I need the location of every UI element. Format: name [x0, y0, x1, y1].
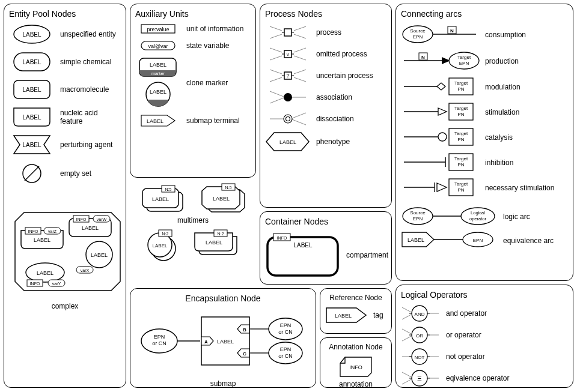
svg-line-164: [402, 315, 411, 319]
annotation-title: Annotation Node: [325, 343, 386, 351]
tag-label: tag: [373, 311, 386, 319]
reference-panel: Reference Node LABEL tag: [320, 288, 392, 334]
entity-pool-panel: Entity Pool Nodes LABEL unspecified enti…: [4, 4, 126, 388]
svg-text:LABEL: LABEL: [22, 31, 41, 38]
svg-line-67: [294, 56, 306, 60]
svg-text:PN: PN: [457, 187, 464, 193]
svg-text:Target: Target: [454, 131, 468, 136]
submap-label: submap: [135, 379, 311, 388]
svg-text:LABEL: LABEL: [335, 313, 352, 319]
svg-text:varZ: varZ: [48, 229, 57, 234]
equivalence-arc-label: equivalence arc: [503, 237, 568, 245]
svg-text:N: N: [421, 55, 425, 60]
svg-text:EPN: EPN: [473, 238, 483, 243]
annotation-label: annotation: [325, 380, 386, 388]
process-title: Process Nodes: [265, 9, 386, 19]
svg-text:EPN: EPN: [459, 61, 469, 66]
svg-line-66: [294, 48, 306, 52]
or-label: or operator: [446, 331, 568, 339]
svg-marker-148: [437, 183, 447, 191]
svg-line-58: [270, 34, 282, 38]
production-label: production: [485, 57, 568, 65]
svg-text:pre:value: pre:value: [147, 26, 169, 32]
catalysis-glyph: TargetPN: [401, 127, 479, 148]
process-glyph: [265, 23, 310, 41]
multimers-caption: multimers: [130, 216, 256, 225]
submap-terminal-glyph: LABEL: [135, 114, 180, 127]
svg-text:LABEL: LABEL: [217, 339, 234, 345]
svg-line-80: [270, 91, 284, 97]
svg-text:LABEL: LABEL: [146, 118, 163, 124]
svg-text:LABEL: LABEL: [22, 86, 41, 93]
equiv-glyph: Ξ: [401, 369, 440, 387]
svg-text:LABEL: LABEL: [408, 237, 424, 243]
svg-text:\\: \\: [286, 52, 289, 57]
svg-text:LABEL: LABEL: [212, 196, 229, 202]
svg-text:Ξ: Ξ: [417, 375, 422, 383]
nucleic-acid-glyph: LABEL: [9, 106, 54, 128]
svg-text:INFO: INFO: [30, 282, 40, 286]
submap-glyph: EPNor CN LABEL A B C EPNor CN EPNor CN: [135, 308, 313, 377]
phenotype-label: phenotype: [316, 137, 386, 146]
svg-text:INFO: INFO: [349, 364, 362, 370]
svg-text:PN: PN: [457, 112, 464, 117]
svg-text:LABEL: LABEL: [37, 270, 53, 276]
submap-terminal-label: submap terminal: [186, 116, 251, 125]
svg-line-163: [402, 307, 411, 312]
consumption-label: consumption: [485, 31, 568, 39]
unspecified-entity-glyph: LABEL: [9, 23, 54, 45]
svg-text:OR: OR: [416, 333, 423, 339]
svg-text:Target: Target: [457, 55, 471, 60]
svg-text:EPN: EPN: [413, 34, 423, 40]
svg-line-72: [270, 70, 282, 74]
uncertain-process-label: uncertain process: [316, 71, 386, 80]
annotation-glyph: INFO: [338, 356, 374, 378]
stimulation-label: stimulation: [485, 108, 568, 116]
inhibition-glyph: TargetPN: [401, 152, 479, 173]
svg-text:varW: varW: [97, 217, 107, 222]
svg-text:INFO: INFO: [28, 229, 38, 234]
svg-text:AND: AND: [415, 312, 425, 317]
svg-text:Target: Target: [454, 156, 468, 161]
svg-text:Source: Source: [410, 28, 426, 34]
svg-text:Logical: Logical: [471, 210, 485, 216]
multimer-complex-glyph: LABEL N:5: [195, 185, 249, 215]
svg-text:LABEL: LABEL: [22, 114, 41, 121]
svg-line-65: [270, 56, 282, 60]
svg-text:LABEL: LABEL: [34, 237, 50, 243]
svg-text:varY: varY: [52, 282, 61, 286]
svg-text:N:5: N:5: [225, 185, 231, 190]
complex-glyph: LABEL INFO varW LABEL INFO varZ LABEL LA…: [9, 210, 121, 310]
container-panel: Container Nodes LABEL INFO compartment: [260, 211, 392, 285]
svg-line-170: [402, 329, 411, 334]
clone-marker-label: clone marker: [186, 79, 251, 87]
svg-line-59: [294, 26, 306, 31]
and-glyph: AND: [401, 304, 440, 322]
dissociation-label: dissociation: [316, 115, 386, 123]
svg-line-73: [270, 77, 282, 82]
svg-text:EPN: EPN: [280, 322, 292, 328]
equivalence-arc-glyph: LABELEPN: [401, 231, 497, 250]
svg-marker-132: [438, 108, 447, 115]
compartment-glyph: LABEL INFO: [265, 231, 340, 279]
logical-title: Logical Operators: [401, 290, 568, 300]
association-label: association: [316, 93, 386, 101]
macromolecule-glyph: LABEL: [9, 79, 54, 100]
auxiliary-panel: Auxiliary Units pre:value unit of inform…: [130, 4, 256, 178]
svg-text:C: C: [243, 351, 246, 357]
empty-set-label: empty set: [60, 169, 121, 178]
necessary-stimulation-label: necessary stimulation: [485, 184, 568, 192]
unit-info-glyph: pre:value: [135, 23, 180, 34]
uncertain-process-glyph: ?: [265, 67, 310, 85]
unspecified-entity-label: unspecified entity: [60, 30, 121, 38]
equiv-label: eqivalence operator: [446, 374, 568, 382]
svg-text:or CN: or CN: [278, 353, 293, 359]
arcs-title: Connecting arcs: [401, 9, 568, 19]
svg-text:or CN: or CN: [152, 340, 166, 346]
not-label: not operator: [446, 352, 568, 361]
modulation-label: modulation: [485, 83, 568, 91]
svg-text:LABEL: LABEL: [82, 225, 99, 231]
tag-glyph: LABEL: [325, 307, 367, 324]
or-glyph: OR: [401, 326, 440, 344]
svg-marker-127: [437, 83, 445, 90]
